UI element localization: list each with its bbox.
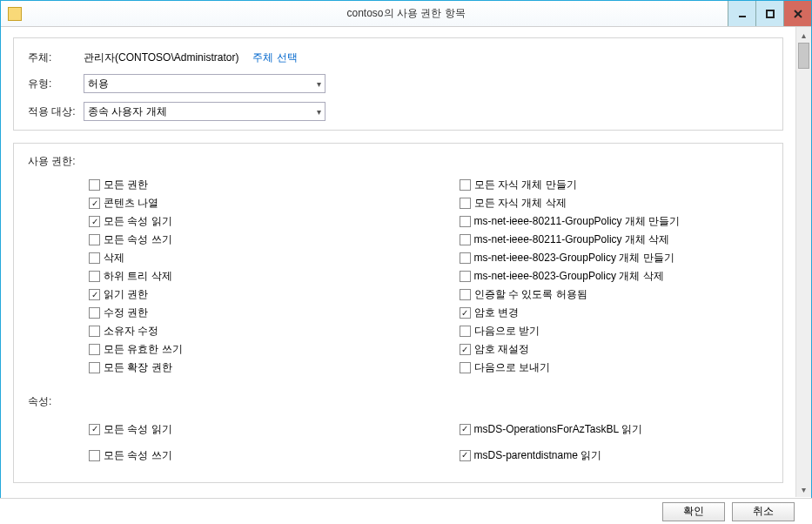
select-principal-link[interactable]: 주체 선택 (252, 50, 297, 65)
checkbox[interactable] (460, 179, 471, 191)
permission-item: 다음으로 받기 (399, 322, 769, 340)
ok-button[interactable]: 확인 (662, 502, 725, 521)
permission-label: 모든 확장 권한 (104, 360, 172, 375)
permission-label: 하위 트리 삭제 (104, 269, 172, 284)
permission-item: msDS-parentdistname 읽기 (399, 442, 769, 468)
checkbox[interactable] (460, 252, 471, 264)
permission-label: msDS-OperationsForAzTaskBL 읽기 (474, 422, 643, 437)
permission-item: 인증할 수 있도록 허용됨 (399, 286, 769, 304)
permission-item: 모든 속성 읽기 (28, 212, 399, 231)
checkbox[interactable] (89, 344, 100, 355)
checkbox[interactable] (460, 198, 471, 209)
type-select[interactable]: 허용 ▾ (84, 74, 325, 93)
principal-label: 주체: (28, 50, 84, 65)
permission-label: 암호 변경 (474, 306, 519, 320)
permission-label: 인증할 수 있도록 허용됨 (474, 287, 587, 302)
checkbox[interactable] (460, 216, 471, 227)
permission-label: 모든 유효한 쓰기 (104, 342, 183, 357)
permission-item: ms-net-ieee-8023-GroupPolicy 개체 삭제 (399, 267, 769, 286)
checkbox[interactable] (460, 289, 471, 300)
permission-item: ms-net-ieee-80211-GroupPolicy 개체 만들기 (399, 212, 769, 231)
principal-panel: 주체: 관리자(CONTOSO\Administrator) 주체 선택 유형:… (13, 37, 783, 131)
maximize-button[interactable] (755, 1, 783, 26)
checkbox[interactable] (89, 198, 100, 209)
permission-label: 소유자 수정 (104, 324, 158, 339)
minimize-button[interactable] (728, 1, 755, 26)
applies-select[interactable]: 종속 사용자 개체 ▾ (84, 102, 325, 121)
principal-value: 관리자(CONTOSO\Administrator) (84, 50, 238, 65)
titlebar: contoso의 사용 권한 항목 (1, 1, 811, 27)
window-icon (8, 7, 22, 21)
chevron-down-icon: ▾ (317, 107, 321, 117)
checkbox[interactable] (89, 307, 100, 319)
applies-select-value: 종속 사용자 개체 (88, 104, 167, 119)
checkbox[interactable] (460, 362, 471, 373)
permission-item: 모든 확장 권한 (28, 359, 399, 377)
checkbox[interactable] (460, 344, 471, 355)
dialog-footer: 확인 취소 (0, 498, 812, 524)
svg-rect-1 (767, 10, 774, 17)
checkbox[interactable] (89, 179, 100, 191)
permission-label: 모든 속성 읽기 (104, 422, 172, 437)
permission-item: 삭제 (28, 249, 399, 267)
checkbox[interactable] (89, 289, 100, 300)
permission-label: 수정 권한 (104, 306, 148, 320)
permission-item: msDS-OperationsForAzTaskBL 읽기 (399, 416, 769, 442)
checkbox[interactable] (89, 271, 100, 282)
permission-item: 모든 자식 개체 만들기 (399, 176, 769, 194)
checkbox[interactable] (89, 216, 100, 227)
permission-label: msDS-parentdistname 읽기 (474, 448, 602, 463)
permission-item: 읽기 권한 (28, 286, 399, 304)
permission-item: 다음으로 보내기 (399, 359, 769, 377)
permissions-section-label: 사용 권한: (28, 154, 768, 169)
maximize-icon (766, 10, 775, 18)
permission-item: ms-net-ieee-8023-GroupPolicy 개체 만들기 (399, 249, 769, 267)
checkbox[interactable] (460, 234, 471, 245)
permission-item: 모든 속성 쓰기 (28, 231, 399, 249)
checkbox[interactable] (89, 252, 100, 264)
checkbox[interactable] (89, 234, 100, 245)
permission-label: 모든 자식 개체 삭제 (474, 196, 567, 211)
checkbox[interactable] (89, 450, 100, 461)
permission-item: 모든 자식 개체 삭제 (399, 194, 769, 212)
cancel-button[interactable]: 취소 (732, 502, 795, 521)
permission-item: 모든 속성 읽기 (28, 416, 399, 442)
permission-label: 암호 재설정 (474, 342, 529, 357)
permission-label: 모든 속성 쓰기 (104, 448, 172, 463)
permission-item: 모든 유효한 쓰기 (28, 340, 399, 359)
permission-label: ms-net-ieee-80211-GroupPolicy 개체 삭제 (474, 232, 670, 247)
permission-item: 모든 권한 (28, 176, 399, 194)
permission-item: 모든 속성 쓰기 (28, 442, 399, 468)
checkbox[interactable] (460, 307, 471, 319)
checkbox[interactable] (89, 326, 100, 337)
checkbox[interactable] (89, 362, 100, 373)
scroll-up-icon[interactable]: ▴ (796, 27, 811, 43)
permission-label: ms-net-ieee-80211-GroupPolicy 개체 만들기 (474, 214, 681, 229)
permission-label: 삭제 (104, 251, 124, 265)
checkbox[interactable] (460, 450, 471, 461)
checkbox[interactable] (460, 271, 471, 282)
permission-item: 수정 권한 (28, 304, 399, 322)
permission-item: 하위 트리 삭제 (28, 267, 399, 286)
scroll-down-icon[interactable]: ▾ (796, 481, 811, 497)
permission-label: 다음으로 받기 (474, 324, 540, 339)
checkbox[interactable] (89, 424, 100, 435)
permission-label: 모든 속성 쓰기 (104, 232, 172, 247)
close-button[interactable] (783, 1, 811, 26)
window-controls (728, 1, 811, 26)
chevron-down-icon: ▾ (317, 79, 321, 89)
permission-label: ms-net-ieee-8023-GroupPolicy 개체 삭제 (474, 269, 664, 284)
scroll-thumb[interactable] (798, 43, 809, 69)
permission-label: 모든 권한 (104, 178, 148, 192)
checkbox[interactable] (460, 424, 471, 435)
permission-label: 읽기 권한 (104, 287, 148, 302)
permission-item: 암호 변경 (399, 304, 769, 322)
permission-item: 소유자 수정 (28, 322, 399, 340)
permission-item: ms-net-ieee-80211-GroupPolicy 개체 삭제 (399, 231, 769, 249)
properties-section-label: 속성: (28, 394, 768, 409)
vertical-scrollbar[interactable]: ▴ ▾ (795, 27, 811, 497)
minimize-icon (738, 10, 747, 18)
permission-item: 콘텐츠 나열 (28, 194, 399, 212)
checkbox[interactable] (460, 326, 471, 337)
permission-label: 모든 자식 개체 만들기 (474, 178, 577, 192)
